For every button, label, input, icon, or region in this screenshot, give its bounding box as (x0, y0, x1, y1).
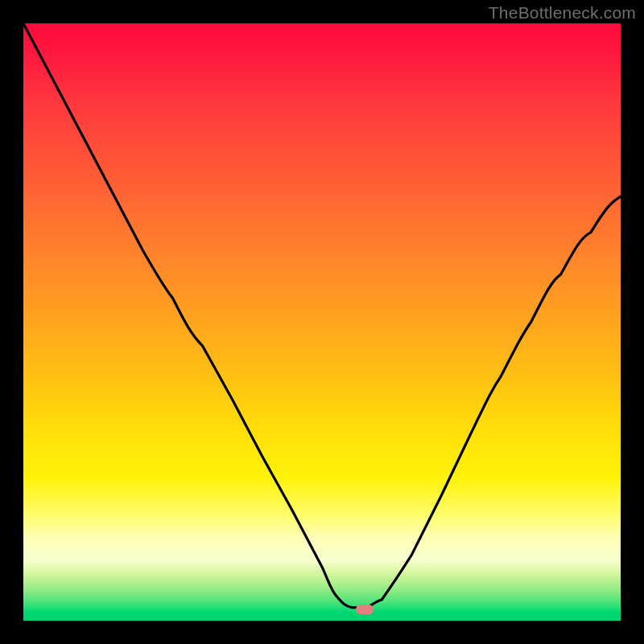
bottleneck-curve (23, 23, 621, 621)
plot-area (23, 23, 621, 621)
chart-frame: TheBottleneck.com (0, 0, 644, 644)
watermark-text: TheBottleneck.com (489, 3, 636, 23)
optimal-point-marker (356, 605, 374, 614)
